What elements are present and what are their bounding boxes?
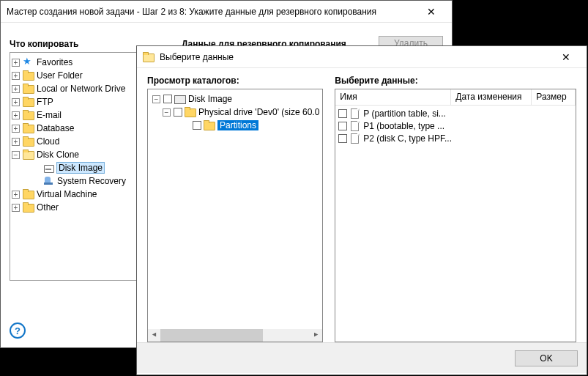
expand-placeholder (182, 122, 190, 130)
close-icon[interactable]: ✕ (417, 6, 446, 18)
list-label: P1 (bootable, type ... (363, 121, 444, 131)
tree-label: Local or Network Drive (37, 84, 125, 94)
folder-icon (23, 189, 34, 199)
tree-label: FTP (37, 97, 53, 107)
expand-icon[interactable]: + (12, 85, 20, 93)
wizard-title: Мастер создания новой задачи - Шаг 2 из … (7, 7, 417, 17)
recov-icon (43, 176, 55, 186)
expand-icon[interactable]: + (12, 59, 20, 67)
folder-icon (23, 123, 34, 133)
list-item[interactable]: P1 (bootable, type ... (335, 119, 576, 132)
folder-icon (23, 150, 34, 160)
close-icon[interactable]: ✕ (551, 51, 581, 63)
col-name[interactable]: Имя (335, 89, 451, 105)
folder-icon (204, 120, 215, 130)
data-list-panel: Имя Дата изменения Размер P (partition t… (335, 89, 576, 342)
expand-placeholder (32, 177, 40, 185)
data-picker-window: Выберите данные ✕ Просмотр каталогов: − … (136, 45, 587, 375)
catalog-tree-panel: − Disk Image − Physical drive 'Dev0' (si… (147, 89, 323, 342)
scroll-thumb[interactable] (160, 329, 263, 342)
folder-icon (23, 110, 34, 120)
collapse-icon[interactable]: − (12, 151, 20, 159)
hdd-icon (174, 94, 186, 104)
file-icon (349, 108, 361, 119)
checkbox[interactable] (338, 109, 347, 118)
tree-label: E-mail (37, 110, 62, 120)
folder-icon (23, 97, 34, 107)
tree-label: Disk Image (56, 162, 105, 174)
browse-header: Просмотр каталогов: (147, 75, 323, 86)
tree-label: User Folder (37, 70, 83, 81)
folder-icon (143, 52, 155, 62)
tree-label: Physical drive 'Dev0' (size 60.0 (198, 107, 319, 117)
col-date[interactable]: Дата изменения (451, 89, 532, 105)
help-icon[interactable]: ? (10, 322, 26, 339)
tree-label: Database (37, 123, 74, 133)
expand-icon[interactable]: + (12, 125, 20, 133)
tree-label: Disk Clone (37, 150, 79, 160)
scroll-right-icon[interactable]: ► (310, 329, 322, 342)
folder-icon (23, 84, 34, 94)
scroll-left-icon[interactable]: ◄ (148, 329, 160, 342)
list-item[interactable]: P2 (disk C, type HPF... (335, 132, 576, 144)
tree-label: Virtual Machine (37, 189, 97, 199)
collapse-icon[interactable]: − (152, 95, 160, 103)
tree-row-disk-image[interactable]: − Disk Image (151, 92, 319, 106)
checkbox[interactable] (193, 121, 201, 130)
select-data-header: Выберите данные: (335, 75, 576, 86)
tree-label: Cloud (37, 136, 59, 147)
list-label: P (partition table, si... (363, 108, 446, 119)
collapse-icon[interactable]: − (163, 108, 171, 117)
picker-titlebar: Выберите данные ✕ (137, 46, 587, 68)
button-bar: OK (137, 342, 587, 373)
expand-icon[interactable]: + (12, 138, 20, 146)
expand-icon[interactable]: + (12, 191, 20, 199)
expand-icon[interactable]: + (12, 98, 20, 106)
expand-icon[interactable]: + (12, 72, 20, 80)
checkbox[interactable] (338, 134, 347, 143)
ok-button[interactable]: OK (515, 350, 578, 366)
tree-label-selected: Partitions (217, 120, 258, 130)
col-size[interactable]: Размер (532, 89, 576, 105)
list-header: Имя Дата изменения Размер (335, 89, 576, 106)
tree-label: System Recovery (57, 176, 126, 186)
folder-icon (23, 202, 34, 213)
horizontal-scrollbar[interactable]: ◄ ► (148, 329, 322, 342)
checkbox[interactable] (174, 108, 182, 117)
checkbox[interactable] (338, 122, 347, 130)
tree-label: Disk Image (188, 94, 232, 104)
folder-icon (185, 107, 196, 117)
expand-icon[interactable]: + (12, 111, 20, 119)
folder-icon (23, 136, 34, 147)
star-icon (23, 57, 34, 67)
folder-icon (23, 70, 34, 81)
checkbox[interactable] (163, 95, 172, 103)
file-icon (349, 121, 361, 131)
tree-label: Other (37, 202, 59, 213)
tree-row-partitions[interactable]: Partitions (151, 119, 319, 132)
disk-icon (43, 163, 55, 173)
picker-title: Выберите данные (160, 52, 551, 62)
expand-placeholder (32, 164, 40, 172)
tree-label: Favorites (37, 57, 72, 67)
file-icon (349, 133, 361, 144)
wizard-titlebar: Мастер создания новой задачи - Шаг 2 из … (1, 1, 452, 23)
expand-icon[interactable]: + (12, 204, 20, 212)
list-label: P2 (disk C, type HPF... (363, 133, 452, 144)
tree-row-drive[interactable]: − Physical drive 'Dev0' (size 60.0 (151, 106, 319, 119)
list-item[interactable]: P (partition table, si... (335, 107, 576, 119)
